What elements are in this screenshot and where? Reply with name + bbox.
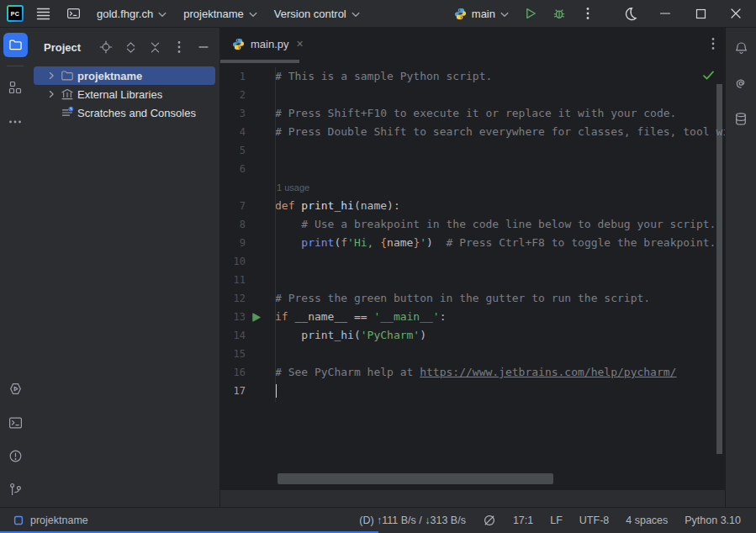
- code-line-4[interactable]: 4# Press Double Shift to search everywhe…: [220, 123, 725, 141]
- terminal-tool-button[interactable]: [3, 410, 28, 435]
- vertical-scrollbar[interactable]: [716, 84, 722, 454]
- pycharm-logo-text: PC: [8, 7, 22, 20]
- encoding-widget[interactable]: UTF-8: [579, 515, 609, 526]
- database-button[interactable]: [729, 107, 753, 131]
- panel-options-button[interactable]: [170, 38, 188, 56]
- tree-item-external-libraries[interactable]: External Libraries: [34, 85, 215, 103]
- chevron-down-icon: [500, 12, 509, 18]
- chevron-right-icon[interactable]: [46, 71, 61, 81]
- tab-label: main.py: [251, 38, 289, 50]
- code-text: # Press Shift+F10 to execute it or repla…: [275, 104, 676, 123]
- status-project-label: projektname: [30, 515, 88, 526]
- inspections-ok-icon[interactable]: [702, 70, 715, 81]
- line-number: 3: [220, 104, 246, 123]
- folder-icon: [61, 69, 77, 82]
- code-line-8[interactable]: 8 # Use a breakpoint in the code line be…: [220, 215, 725, 234]
- debug-button[interactable]: [547, 2, 571, 25]
- code-line-5[interactable]: 5: [220, 141, 725, 160]
- code-line-17[interactable]: 17: [220, 382, 725, 400]
- code-text: print(f'Hi, {name}') # Press Ctrl+F8 to …: [275, 234, 716, 252]
- usage-hint-label: 1 usage: [277, 178, 309, 197]
- vcs-widget[interactable]: Version control: [270, 4, 364, 24]
- line-number: 2: [220, 86, 246, 104]
- main-menu-button[interactable]: [32, 3, 54, 24]
- gutter-slot: [246, 271, 275, 289]
- tab-strip-scrollbar-thumb[interactable]: [220, 60, 299, 63]
- code-line-13[interactable]: 13if __name__ == '__main__':: [220, 308, 725, 326]
- expand-all-button[interactable]: [121, 38, 140, 56]
- host-selector[interactable]: gold.fhgr.ch: [93, 4, 171, 24]
- python-icon: [454, 8, 467, 20]
- line-number: 5: [220, 141, 246, 160]
- tree-item-projektname[interactable]: projektname: [34, 66, 215, 85]
- close-button[interactable]: [724, 2, 748, 25]
- title-bar: PC gold.fhgr.ch projektname Version cont…: [0, 0, 756, 28]
- run-configuration-selector[interactable]: main: [449, 5, 514, 23]
- select-opened-file-button[interactable]: [97, 38, 115, 56]
- run-button[interactable]: [519, 2, 542, 25]
- line-number: 16: [220, 363, 246, 382]
- ai-assistant-button[interactable]: [729, 71, 753, 96]
- code-line-15[interactable]: 15: [220, 345, 725, 363]
- line-separator-widget[interactable]: LF: [550, 515, 563, 526]
- host-label: gold.fhgr.ch: [97, 8, 153, 20]
- hide-panel-button[interactable]: [194, 38, 213, 56]
- project-tool-button[interactable]: [3, 33, 28, 57]
- tab-close-icon[interactable]: ×: [297, 38, 304, 50]
- chevron-right-icon[interactable]: [46, 89, 61, 99]
- code-line-9[interactable]: 9 print(f'Hi, {name}') # Press Ctrl+F8 t…: [220, 234, 725, 252]
- structure-tool-button[interactable]: [3, 75, 28, 99]
- code-line-6[interactable]: 6: [220, 160, 725, 178]
- tree-item-scratches-and-consoles[interactable]: Scratches and Consoles: [34, 103, 215, 122]
- code-line-12[interactable]: 12# Press the green button in the gutter…: [220, 289, 725, 308]
- project-tree: projektnameExternal LibrariesScratches a…: [30, 61, 219, 122]
- caret-position-widget[interactable]: 17:1: [513, 515, 533, 526]
- problems-tool-button[interactable]: [3, 444, 28, 468]
- gutter-slot: [246, 141, 275, 160]
- minimize-button[interactable]: [653, 2, 677, 25]
- scratches-icon: [61, 106, 77, 119]
- more-tool-windows-button[interactable]: [3, 109, 28, 134]
- gutter-slot: [246, 86, 275, 104]
- highlighting-level-widget[interactable]: [483, 514, 496, 527]
- version-control-tool-button[interactable]: [3, 478, 28, 502]
- network-speed-widget[interactable]: (D) ↑111 B/s / ↓313 B/s: [359, 515, 466, 526]
- code-line-16[interactable]: 16# See PyCharm help at https://www.jetb…: [220, 363, 725, 382]
- theme-toggle-button[interactable]: [618, 2, 642, 25]
- interpreter-widget[interactable]: Python 3.10: [685, 515, 741, 526]
- remote-terminal-icon[interactable]: [62, 3, 84, 24]
- code-text: # Use a breakpoint in the code line belo…: [275, 215, 716, 234]
- collapse-all-button[interactable]: [145, 38, 164, 56]
- python-file-icon: [232, 38, 245, 50]
- project-selector[interactable]: projektname: [179, 4, 262, 24]
- line-number: 8: [220, 215, 246, 234]
- code-line-3[interactable]: 3# Press Shift+F10 to execute it or repl…: [220, 104, 725, 123]
- tab-main-py[interactable]: main.py ×: [220, 28, 312, 60]
- inlay-hint: 1 usage: [220, 178, 725, 197]
- editor-area: main.py × 1# This is a sample Python scr…: [220, 28, 725, 507]
- code-editor[interactable]: 1# This is a sample Python script.23# Pr…: [220, 64, 725, 489]
- indent-widget[interactable]: 4 spaces: [626, 515, 668, 526]
- code-line-10[interactable]: 10: [220, 252, 725, 271]
- more-actions-button[interactable]: [576, 2, 600, 25]
- gutter-slot: [246, 363, 275, 382]
- line-number: 11: [220, 271, 246, 289]
- line-number: 10: [220, 252, 246, 271]
- services-tool-button[interactable]: [3, 377, 28, 401]
- line-number: 12: [220, 289, 246, 308]
- code-line-11[interactable]: 11: [220, 271, 725, 289]
- code-line-1[interactable]: 1# This is a sample Python script.: [220, 67, 725, 86]
- code-line-2[interactable]: 2: [220, 86, 725, 104]
- status-project-widget[interactable]: projektname: [13, 515, 88, 526]
- notifications-button[interactable]: [729, 36, 753, 61]
- line-number: 14: [220, 326, 246, 345]
- code-line-14[interactable]: 14 print_hi('PyCharm'): [220, 326, 725, 345]
- editor-options-button[interactable]: [711, 37, 715, 50]
- horizontal-scrollbar[interactable]: [278, 473, 553, 484]
- gutter-slot: [246, 215, 275, 234]
- code-line-7[interactable]: 7def print_hi(name):: [220, 197, 725, 215]
- run-line-icon[interactable]: [246, 308, 275, 326]
- maximize-button[interactable]: [689, 2, 712, 25]
- left-toolbar: [0, 28, 30, 507]
- line-number: 6: [220, 160, 246, 178]
